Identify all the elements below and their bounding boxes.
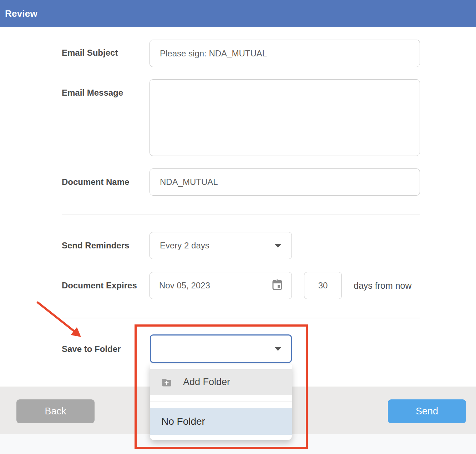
calendar-icon [272,279,282,292]
document-expires-label: Document Expires [62,281,137,291]
save-to-folder-select[interactable] [150,334,292,363]
send-reminders-value: Every 2 days [160,241,209,251]
chevron-down-icon [274,244,282,248]
folder-dropdown-menu: Add Folder No Folder [150,364,292,440]
document-name-label: Document Name [62,177,129,187]
back-button[interactable]: Back [16,399,95,423]
expire-date-value: Nov 05, 2023 [159,281,210,291]
menu-item-label: Add Folder [183,377,230,388]
email-subject-label: Email Subject [62,48,118,58]
menu-divider [150,402,292,402]
document-name-input[interactable] [150,168,420,196]
send-reminders-label: Send Reminders [62,241,129,251]
email-message-label: Email Message [62,88,123,98]
section-divider [62,215,420,215]
save-to-folder-label: Save to Folder [62,344,121,354]
chevron-down-icon [274,347,282,351]
header-bar: Review [0,0,476,27]
send-reminders-select[interactable]: Every 2 days [150,232,292,259]
email-message-input[interactable] [150,79,420,156]
review-dialog: Review Email Subject Email Message Docum… [0,0,476,454]
section-divider-2 [62,318,420,318]
menu-item-label: No Folder [161,416,205,427]
expire-days-input[interactable] [304,272,342,299]
page-title: Review [5,8,37,19]
folder-plus-icon [162,378,172,387]
menu-item-no-folder[interactable]: No Folder [150,408,292,435]
expire-days-suffix: days from now [354,281,412,291]
menu-item-add-folder[interactable]: Add Folder [150,369,292,395]
expire-date-picker[interactable]: Nov 05, 2023 [150,272,292,299]
email-subject-input[interactable] [150,40,420,67]
send-button[interactable]: Send [388,399,466,423]
